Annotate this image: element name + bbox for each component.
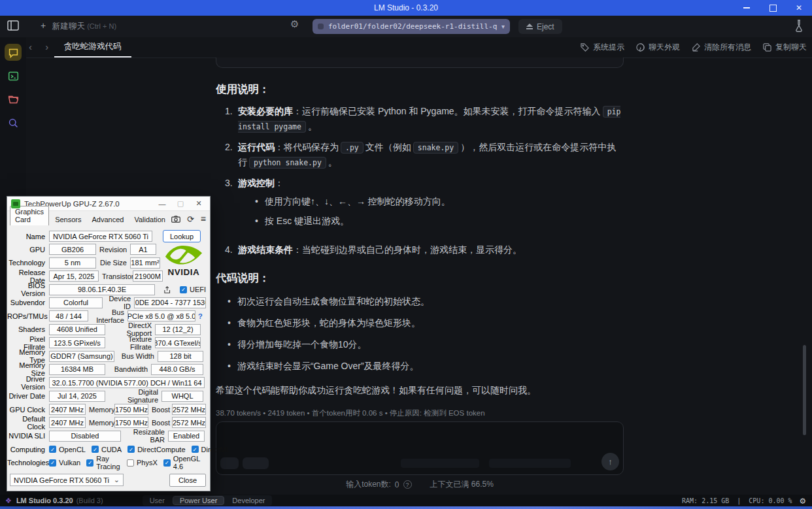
field-row-shaders: Shaders 4608 Unified DirectX Support 12 … (7, 324, 206, 335)
checkbox-label: Vulkan (59, 459, 80, 467)
sub-list-item: •使用方向键↑、↓、←、→ 控制蛇的移动方向。 (255, 194, 624, 208)
field-value-resizable-bar: Enabled (168, 431, 205, 442)
menu-icon[interactable]: ≡ (201, 214, 206, 224)
insert-button[interactable] (243, 457, 269, 469)
chat-input[interactable]: ↑ (216, 421, 624, 475)
sidebar-item-chat[interactable] (5, 44, 22, 61)
close-button[interactable]: ✕ (786, 0, 812, 16)
flask-icon[interactable] (794, 19, 805, 32)
list-item-segment: ：当蛇碰到边界或自己的身体时，游戏结束，显示得分。 (293, 244, 522, 255)
sidebar-item-developer[interactable] (5, 67, 22, 84)
refresh-icon[interactable]: ⟳ (187, 214, 194, 224)
new-chat-button[interactable]: + 新建聊天 (Ctrl + N) (41, 20, 116, 32)
mode-developer[interactable]: Developer (226, 496, 271, 505)
token-status-line: 输入token数: 0 ? 上下文已满 66.5% (216, 479, 624, 490)
lookup-button[interactable]: Lookup (163, 230, 201, 242)
tab-nav-arrows[interactable]: ‹ › (29, 41, 54, 52)
eject-button[interactable]: Eject (518, 19, 562, 34)
model-settings-gear-icon[interactable]: ⚙ (290, 18, 299, 30)
minimize-button[interactable] (734, 0, 760, 16)
checkbox-icon: ✓ (49, 446, 56, 453)
duplicate-chat-button[interactable]: 复制聊天 (763, 42, 807, 53)
tab-sensors[interactable]: Sensors (50, 214, 86, 225)
gpuz-minimize-button[interactable]: — (155, 200, 169, 208)
maximize-button[interactable] (760, 0, 786, 16)
bullet-item: •得分增加每吃掉一个食物10分。 (228, 337, 624, 352)
token-count-value: 0 (395, 480, 399, 489)
eject-icon (526, 24, 533, 30)
scrollbar-thumb[interactable] (803, 345, 806, 435)
search-icon (8, 118, 19, 129)
attach-button[interactable] (220, 457, 239, 469)
list-number: 4. (225, 242, 238, 257)
checkbox-label: Ray Tracing (96, 455, 121, 470)
field-label: Boost (148, 406, 172, 414)
checkbox-directcompute[interactable]: ✓DirectCompute (127, 446, 185, 453)
gpuz-maximize-button[interactable]: ▢ (173, 199, 188, 208)
assistant-message: 使用说明： 1. 安装必要的库：运行前确保已安装 Python 和 Pygame… (216, 57, 624, 421)
help-icon[interactable]: ? (403, 480, 412, 489)
context-usage: 上下文已满 66.5% (430, 479, 494, 490)
uefi-checkbox[interactable]: ✓ (180, 286, 187, 293)
terminal-icon (8, 71, 19, 82)
tab-validation[interactable]: Validation (129, 214, 170, 225)
tab-graphics-card[interactable]: Graphics Card (10, 206, 49, 225)
field-label: BIOS Version (7, 282, 49, 297)
os-titlebar: LM Studio - 0.3.20 ✕ (0, 0, 812, 16)
field-value-subvendor: Colorful (49, 297, 103, 308)
settings-gear-icon[interactable]: ⚙ (800, 495, 805, 506)
gpu-select-dropdown[interactable]: NVIDIA GeForce RTX 5060 Ti ⌄ (10, 474, 124, 486)
list-item-bold: 运行代码 (238, 142, 275, 152)
bullet-dot: • (228, 316, 231, 330)
resource-usage: RAM: 2.15 GB | CPU: 0.00 % ⚙ (682, 495, 812, 506)
chat-appearance-button[interactable]: 聊天外观 (636, 42, 680, 53)
status-bar: ❖ LM Studio 0.3.20 (Build 3) User Power … (0, 495, 812, 506)
checkbox-opengl[interactable]: ✓OpenGL 4.6 (163, 455, 200, 470)
checkbox-label: DirectML (201, 446, 230, 453)
field-label: Transistors (99, 272, 133, 280)
checkbox-opencl[interactable]: ✓OpenCL (49, 446, 86, 453)
lmstudio-logo-icon: ❖ (5, 497, 12, 505)
bullet-text: 初次运行会自动生成食物位置和蛇的初始状态。 (237, 294, 430, 308)
gpuz-close-icon-button[interactable]: ✕ (192, 199, 206, 208)
list-item-text: 游戏结束条件：当蛇碰到边界或自己的身体时，游戏结束，显示得分。 (238, 242, 624, 257)
field-label: Subvendor (7, 299, 49, 306)
sidebar-item-discover[interactable] (5, 114, 22, 131)
mode-power-user[interactable]: Power User (173, 496, 224, 505)
uefi-group: ✓ UEFI (180, 286, 206, 293)
model-selector[interactable]: folder01/folder02/deepseek-r1-distill-qw… (313, 19, 510, 34)
checkbox-ray-tracing[interactable]: ✓Ray Tracing (86, 455, 121, 470)
tab-chat[interactable]: 贪吃蛇游戏代码 (54, 37, 131, 57)
nvidia-eye-icon (165, 242, 203, 267)
clear-all-messages-button[interactable]: 清除所有消息 (692, 42, 751, 53)
checkbox-physx[interactable]: ✓PhysX (127, 459, 158, 467)
field-row-memory-type: Memory Type GDDR7 (Samsung) Bus Width 12… (7, 351, 206, 362)
sidebar-toggle-icon[interactable] (7, 19, 20, 32)
mode-user[interactable]: User (143, 496, 171, 505)
field-row-default-clock: Default Clock 2407 MHz Memory 1750 MHz B… (7, 417, 206, 428)
checkbox-directml[interactable]: ✓DirectML (192, 446, 230, 453)
gpuz-fields: NVIDIA Name NVIDIA GeForce RTX 5060 Ti L… (7, 225, 210, 487)
checkbox-label: OpenCL (59, 446, 86, 453)
sub-list: •使用方向键↑、↓、←、→ 控制蛇的移动方向。 •按 Esc 键退出游戏。 (255, 194, 624, 228)
list-item-segment: ：将代码保存为 (275, 142, 339, 152)
bullet-text: 得分增加每吃掉一个食物10分。 (237, 337, 367, 352)
sidebar-item-my-models[interactable] (5, 91, 22, 108)
tab-advanced[interactable]: Advanced (87, 214, 128, 225)
gpuz-close-button[interactable]: Close (169, 474, 206, 487)
gpuz-footer: NVIDIA GeForce RTX 5060 Ti ⌄ Close (10, 474, 206, 487)
list-item-segment: 。 (308, 121, 317, 131)
checkbox-vulkan[interactable]: ✓Vulkan (49, 459, 80, 467)
system-prompt-label: 系统提示 (593, 42, 624, 53)
window-controls: ✕ (734, 0, 812, 16)
bus-help-icon[interactable]: ? (198, 312, 203, 320)
chat-icon (8, 47, 19, 58)
checkbox-cuda[interactable]: ✓CUDA (92, 446, 122, 453)
screenshot-camera-icon[interactable] (171, 216, 180, 223)
field-value-sli: Disabled (49, 431, 121, 442)
system-prompt-button[interactable]: 系统提示 (581, 42, 624, 53)
send-button[interactable]: ↑ (601, 453, 619, 470)
checkbox-icon: ✓ (192, 446, 199, 453)
field-value-driver-date: Jul 14, 2025 (49, 391, 105, 402)
share-bios-icon[interactable] (164, 286, 172, 294)
